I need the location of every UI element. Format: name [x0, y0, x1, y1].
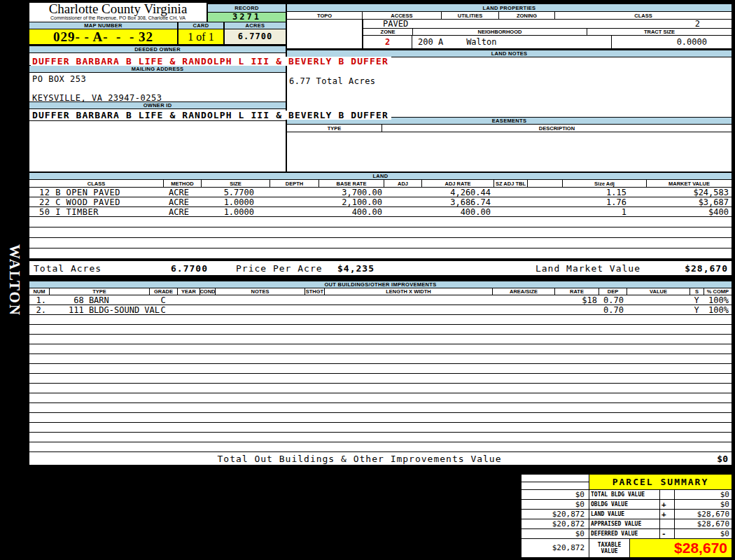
acres-value: 6.7700 [225, 29, 286, 44]
ps-left-value: $20,872 [522, 510, 589, 519]
easements-column-headers: TYPE DESCRIPTION [287, 125, 732, 132]
access-header: ACCESS [362, 12, 441, 19]
land-market-value-total: $28,670 [640, 263, 732, 274]
land-class: 12 B OPEN PAVED [29, 188, 163, 197]
ob-empty-row [29, 384, 732, 393]
land-size-adj: 1 [562, 207, 646, 217]
ps-right-value: $0 [675, 500, 732, 509]
land-method: ACRE [163, 197, 201, 207]
owner-id-value: DUFFER BARBARA B LIFE & RANDOLPH L III &… [31, 111, 391, 120]
ps-op: + [660, 510, 674, 519]
out-building-row-1: 1. 68 BARN C $18 0.70 Y 100% [29, 295, 732, 304]
land-base-rate: 400.00 [318, 207, 384, 217]
mailing-address-header: MAILING ADDRESS [29, 66, 286, 72]
ps-left-value: $0 [522, 490, 589, 499]
county-title-box: Charlotte County Virginia Commissioner o… [29, 3, 206, 22]
ps-taxable-value: $28,670 [630, 539, 732, 557]
ob-empty-row [29, 364, 732, 373]
owner-empty-box [29, 121, 286, 172]
land-adj-rate-header: ADJ RATE [421, 180, 493, 187]
county-title: Charlotte County Virginia [29, 3, 206, 15]
land-class-header: CLASS [29, 180, 163, 187]
land-market-value-label: Land Market Value [536, 263, 640, 274]
land-adj-rate: 400.00 [421, 207, 493, 217]
mailing-line1: PO BOX 253 [29, 73, 286, 84]
land-size: 1.0000 [201, 197, 270, 207]
ob-year-header: YEAR [177, 288, 200, 295]
land-adj-rate: 3,686.74 [421, 197, 493, 207]
deeded-owner-value: DUFFER BARBARA B LIFE & RANDOLPH L III &… [31, 57, 391, 66]
ob-empty-row [29, 344, 732, 354]
easement-description-header: DESCRIPTION [382, 125, 732, 132]
card-header: CARD [178, 22, 223, 29]
land-row-3: 50 I TIMBER ACRE 1.0000 400.00 400.00 1 … [29, 207, 732, 216]
ps-left-value: $0 [522, 500, 589, 509]
land-section-header: LAND [29, 173, 732, 179]
ps-taxable-label: TAXABLE VALUE [589, 539, 629, 557]
land-sz-adj-tbl-header: SZ ADJ TBL [493, 180, 527, 187]
ob-type: 68 BARN [49, 295, 149, 305]
land-base-rate-header: BASE RATE [318, 180, 384, 187]
ob-type-header: TYPE [49, 288, 149, 295]
card-value: 1 of 1 [178, 29, 223, 44]
ob-empty-row [29, 442, 732, 451]
tract-size-header: TRACT SIZE [587, 29, 732, 35]
ob-grade: C [149, 295, 177, 305]
parcel-summary: PARCEL SUMMARY $0 TOTAL BLDG VALUE $0 $0… [522, 475, 732, 558]
land-size: 1.0000 [201, 207, 270, 217]
land-method: ACRE [163, 188, 201, 197]
ob-total-label: Total Out Buildings & Other Improvements… [217, 454, 501, 464]
ob-dep: 0.70 [598, 295, 626, 305]
ob-s-header: S [690, 288, 704, 295]
land-depth-header: DEPTH [270, 180, 318, 187]
neighborhood-code: 200 A [412, 37, 443, 47]
neighborhood-name: Walton [443, 37, 496, 47]
mailing-line2: KEYSVILLE, VA 23947-0253 [29, 84, 286, 103]
ps-label: LAND VALUE [589, 510, 659, 519]
parcel-summary-title: PARCEL SUMMARY [589, 475, 732, 489]
ob-grade: C [149, 305, 177, 315]
mailing-address-box: PO BOX 253 KEYSVILLE, VA 23947-0253 [29, 73, 286, 102]
easements-empty-box [287, 132, 732, 172]
ob-empty-row [29, 325, 732, 334]
ob-num: 1. [29, 295, 49, 305]
total-acres-label: Total Acres [29, 263, 134, 274]
ob-num: 2. [29, 305, 49, 315]
total-acres-value: 6.7700 [134, 263, 208, 274]
ob-dep: 0.70 [598, 305, 626, 315]
land-base-rate: 2,100.00 [318, 197, 384, 207]
map-number-header: MAP NUMBER [29, 22, 177, 29]
zone-values-row: 2 200 A Walton 0.0000 [363, 36, 732, 48]
ps-left-value: $20,872 [522, 519, 589, 528]
land-size-adj: 1.15 [562, 188, 646, 197]
ob-length-width-header: LENGTH X WIDTH [324, 288, 492, 295]
ps-label: TOTAL BLDG VALUE [589, 490, 659, 499]
land-properties-column-headers: TOPO ACCESS UTILITIES ZONING CLASS [287, 12, 732, 19]
district-sidebar: WALTON [0, 231, 29, 329]
land-class: 50 I TIMBER [29, 207, 163, 217]
out-building-row-2: 2. 111 BLDG-SOUND VAL C 0.70 Y 100% [29, 305, 732, 314]
commissioner-subtitle: Commissioner of the Revenue, PO Box 308,… [29, 15, 206, 21]
ob-comp: 100% [704, 305, 732, 315]
land-size-adj-header: Size Adj [562, 180, 646, 187]
class-value: 2 [554, 19, 732, 29]
tract-size-value: 0.0000 [611, 36, 732, 48]
land-properties-header: LAND PROPERTIES [287, 4, 732, 11]
ps-right-value: $0 [675, 529, 732, 538]
ob-total-value: $0 [690, 454, 732, 464]
land-base-rate: 3,700.00 [318, 188, 384, 197]
topo-header: TOPO [287, 12, 362, 19]
ob-dep-header: DEP [598, 288, 626, 295]
ps-label: APPRAISED VALUE [589, 519, 659, 528]
ob-s: Y [690, 295, 704, 305]
ob-s: Y [690, 305, 704, 315]
record-value: 3271 [208, 13, 286, 22]
ps-taxable-left-value: $20,872 [522, 539, 589, 557]
ps-taxable-label-line1: TAXABLE [589, 542, 629, 548]
zone-row-headers: ZONE NEIGHBORHOOD TRACT SIZE [363, 29, 732, 35]
ob-empty-row [29, 423, 732, 432]
owner-id-header: OWNER ID [29, 102, 286, 108]
ps-right-value: $0 [675, 490, 732, 499]
ob-cond-header: COND [200, 288, 215, 295]
ps-taxable-label-line2: VALUE [589, 548, 629, 554]
